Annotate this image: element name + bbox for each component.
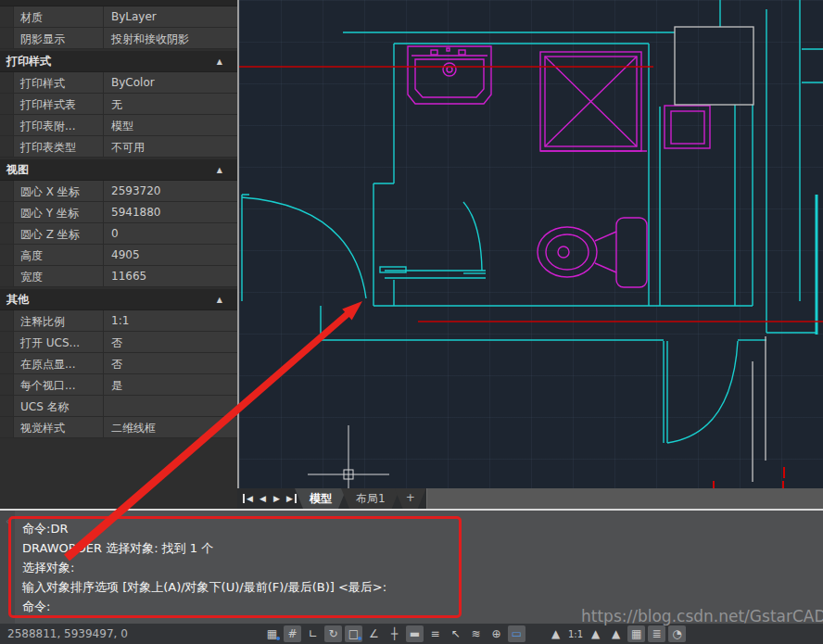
drawing-canvas[interactable] xyxy=(237,0,823,488)
property-row: 阴影显示投射和接收阴影 xyxy=(0,28,237,49)
collapse-arrow-icon[interactable]: ▲ xyxy=(217,296,222,304)
fixtures xyxy=(408,46,710,287)
row-gutter xyxy=(0,115,14,135)
status-toggle-icons: ▦#∟↻□∠┼▬≡↖≋⊕▭ xyxy=(263,624,525,644)
annotation-visibility-icon[interactable]: ▲ xyxy=(587,625,604,642)
tab-navigation: ◀◀▶▶ xyxy=(237,488,300,509)
snap-tracking-icon[interactable]: ┼ xyxy=(386,625,403,642)
command-history: 命令:DRDRAWORDER 选择对象: 找到 1 个选择对象:输入对象排序选项… xyxy=(22,519,816,616)
property-label: 注释比例 xyxy=(14,310,104,331)
tab-nav-next[interactable]: ▶ xyxy=(271,494,283,503)
property-row: 圆心 Z 坐标0 xyxy=(0,223,237,245)
property-value[interactable]: 二维线框 xyxy=(104,417,237,437)
property-label: 打印表类型 xyxy=(14,136,104,157)
tab-model[interactable]: 模型 xyxy=(295,488,347,509)
polar-tracking-icon[interactable]: ↻ xyxy=(324,625,342,642)
row-gutter xyxy=(0,245,14,265)
command-line: 输入对象排序选项 [对象上(A)/对象下(U)/最前(F)/最后(B)] <最后… xyxy=(22,577,816,597)
linetype-icon[interactable]: ≡ xyxy=(426,625,444,642)
zoom-tool-icon[interactable]: ⊕ xyxy=(487,625,505,642)
ortho-mode-icon[interactable]: ∟ xyxy=(304,625,322,642)
property-value[interactable]: 是 xyxy=(104,374,237,395)
property-row: 圆心 Y 坐标5941880 xyxy=(0,202,237,223)
property-value[interactable]: ByLayer xyxy=(104,6,237,27)
tab-new-layout[interactable]: + xyxy=(395,488,426,509)
annotation-autoscale-icon[interactable]: ▲ xyxy=(607,625,625,642)
tab-layout1[interactable]: 布局1 xyxy=(341,488,400,509)
tab-nav-prev[interactable]: ◀ xyxy=(257,494,269,503)
quick-properties-icon[interactable]: ≣ xyxy=(648,625,665,642)
door-arc-2 xyxy=(667,341,738,443)
property-row: 高度4905 xyxy=(0,245,237,266)
property-value[interactable]: 模型 xyxy=(104,115,237,135)
property-label: 阴影显示 xyxy=(14,28,104,48)
property-row: 在原点显...否 xyxy=(0,353,237,374)
workspace-monitor-icon[interactable]: ▭ xyxy=(508,625,525,642)
command-line: 命令:DR xyxy=(22,519,816,538)
layer-stack-icon[interactable]: ≋ xyxy=(467,625,485,642)
property-row: 打印样式ByColor xyxy=(0,72,237,94)
property-label: 打印样式表 xyxy=(14,94,104,114)
property-row: 打印表附...模型 xyxy=(0,115,237,136)
properties-rows: 材质ByLayer阴影显示投射和接收阴影打印样式▲打印样式ByColor打印样式… xyxy=(0,6,237,438)
property-label: 圆心 Z 坐标 xyxy=(14,223,104,244)
angle-snap-icon[interactable]: ∠ xyxy=(365,625,383,642)
section-header[interactable]: 打印样式▲ xyxy=(0,51,237,72)
grid-display-icon[interactable]: # xyxy=(284,625,301,642)
annotation-scale-person-icon[interactable]: ▲ xyxy=(547,625,564,642)
property-row: 视觉样式二维线框 xyxy=(0,417,237,438)
sink-fixture xyxy=(408,46,491,104)
tab-nav-last[interactable]: ▶ xyxy=(285,494,297,503)
watermark-text: https://blog.csdn.net/GstarCAD2020 xyxy=(581,607,823,625)
property-value[interactable]: 否 xyxy=(104,353,237,373)
property-value[interactable]: 11665 xyxy=(104,266,237,286)
row-gutter xyxy=(0,353,14,373)
row-gutter xyxy=(0,94,14,114)
command-line: DRAWORDER 选择对象: 找到 1 个 xyxy=(22,538,816,558)
property-label: 材质 xyxy=(14,6,104,27)
hatch-settings-icon[interactable]: ▦ xyxy=(627,625,645,642)
floor-drain-fixture xyxy=(665,106,710,148)
collapse-arrow-icon[interactable]: ▲ xyxy=(217,57,222,66)
property-value[interactable]: 投射和接收阴影 xyxy=(104,28,237,48)
lineweight-icon[interactable]: ▬ xyxy=(406,625,424,642)
snap-mode-icon[interactable]: ▦ xyxy=(263,625,281,642)
door-arc-3 xyxy=(463,202,482,271)
property-value[interactable]: ByColor xyxy=(104,72,237,93)
property-value[interactable]: 1:1 xyxy=(104,310,237,331)
property-value[interactable]: 4905 xyxy=(104,245,237,265)
property-row: 打开 UCS...否 xyxy=(0,332,237,353)
row-gutter xyxy=(0,6,14,27)
property-label: 打印表附... xyxy=(14,115,104,135)
property-value[interactable] xyxy=(104,396,237,416)
property-label: 每个视口... xyxy=(14,374,104,395)
row-gutter xyxy=(0,266,14,286)
red-tick-marks xyxy=(714,467,784,488)
row-gutter xyxy=(0,332,14,352)
collapse-arrow-icon[interactable]: ▲ xyxy=(217,166,222,174)
property-value[interactable]: 0 xyxy=(104,223,237,244)
section-header[interactable]: 视图▲ xyxy=(0,159,237,181)
property-value[interactable]: 否 xyxy=(104,332,237,352)
property-row: 打印表类型不可用 xyxy=(0,136,237,158)
property-row: 材质ByLayer xyxy=(0,6,237,28)
row-gutter xyxy=(0,310,14,331)
row-gutter xyxy=(0,374,14,395)
property-label: 高度 xyxy=(14,245,104,265)
application-window: 材质ByLayer阴影显示投射和接收阴影打印样式▲打印样式ByColor打印样式… xyxy=(0,0,823,644)
property-value[interactable]: 不可用 xyxy=(104,136,237,157)
property-label: 视觉样式 xyxy=(14,417,104,437)
horizontal-scrollbar[interactable] xyxy=(426,488,823,509)
object-snap-icon-dot xyxy=(358,637,361,640)
property-value[interactable]: 无 xyxy=(104,94,237,114)
property-value[interactable]: 2593720 xyxy=(104,181,237,201)
tab-nav-first[interactable]: ◀ xyxy=(243,494,255,503)
section-title: 视图 xyxy=(6,162,29,178)
section-header[interactable]: 其他▲ xyxy=(0,289,237,310)
property-row: 注释比例1:1 xyxy=(0,310,237,332)
object-snap-icon[interactable]: □ xyxy=(345,625,362,642)
history-clock-icon[interactable]: ◔ xyxy=(668,625,686,642)
property-value[interactable]: 5941880 xyxy=(104,202,237,222)
selection-cursor-icon[interactable]: ↖ xyxy=(447,625,464,642)
row-gutter xyxy=(0,72,14,93)
